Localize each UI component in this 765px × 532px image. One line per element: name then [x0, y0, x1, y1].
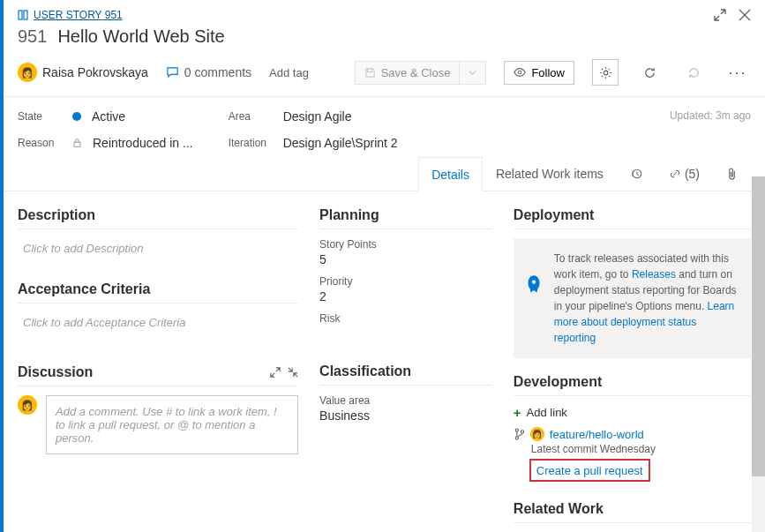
- classification-heading: Classification: [319, 363, 492, 386]
- attachment-icon: [726, 168, 738, 181]
- state-dot-icon: [72, 112, 81, 121]
- acceptance-heading: Acceptance Criteria: [18, 281, 298, 303]
- link-icon: [669, 168, 681, 180]
- deployment-callout: To track releases associated with this w…: [514, 238, 751, 358]
- add-tag-button[interactable]: Add tag: [269, 66, 309, 79]
- save-icon: [364, 67, 376, 79]
- tab-attachments[interactable]: [713, 157, 751, 191]
- development-heading: Development: [514, 374, 751, 396]
- priority-value[interactable]: 2: [319, 289, 492, 303]
- svg-point-3: [604, 71, 608, 75]
- iteration-value[interactable]: Design Agile\Sprint 2: [283, 136, 398, 150]
- breadcrumb[interactable]: USER STORY 951: [18, 9, 123, 21]
- undo-button[interactable]: [680, 59, 707, 86]
- acceptance-input[interactable]: Click to add Acceptance Criteria: [18, 312, 298, 333]
- refresh-icon: [643, 66, 656, 79]
- risk-label: Risk: [319, 312, 492, 325]
- iteration-label: Iteration: [229, 137, 273, 149]
- tab-links[interactable]: (5): [656, 157, 713, 191]
- priority-label: Priority: [319, 275, 492, 288]
- more-button[interactable]: ···: [724, 59, 751, 86]
- assignee-picker[interactable]: 👩 Raisa Pokrovskaya: [18, 63, 148, 82]
- avatar: 👩: [530, 427, 544, 441]
- deployment-heading: Deployment: [514, 207, 751, 229]
- work-item-title[interactable]: Hello World Web Site: [57, 26, 224, 47]
- releases-link[interactable]: Releases: [632, 268, 676, 281]
- breadcrumb-link[interactable]: USER STORY 951: [34, 9, 123, 21]
- updated-timestamp: Updated: 3m ago: [670, 109, 751, 150]
- svg-rect-0: [19, 11, 22, 19]
- risk-value[interactable]: [319, 326, 492, 341]
- undo-icon: [687, 66, 701, 79]
- story-points-label: Story Points: [319, 238, 492, 251]
- svg-rect-4: [74, 142, 80, 146]
- tab-related[interactable]: Related Work items: [483, 157, 617, 191]
- reason-value[interactable]: Reintroduced in ...: [93, 136, 193, 150]
- svg-point-8: [521, 431, 523, 433]
- value-area-label: Value area: [319, 394, 492, 407]
- expand-icon[interactable]: [714, 9, 726, 21]
- user-story-icon: [18, 10, 28, 20]
- refresh-button[interactable]: [636, 59, 663, 86]
- comment-icon: [166, 66, 179, 79]
- comment-input[interactable]: Add a comment. Use # to link a work item…: [46, 395, 298, 454]
- story-points-value[interactable]: 5: [319, 252, 492, 266]
- tab-history[interactable]: [617, 157, 656, 191]
- discussion-heading: Discussion: [18, 364, 298, 386]
- description-input[interactable]: Click to add Description: [18, 238, 298, 259]
- commit-info: Latest commit Wednesday: [531, 443, 751, 455]
- save-close-button: Save & Close: [355, 61, 460, 85]
- related-work-heading: Related Work: [514, 501, 751, 523]
- create-pull-request-link[interactable]: Create a pull request: [536, 464, 643, 477]
- plus-icon: +: [514, 405, 521, 420]
- description-heading: Description: [18, 207, 298, 229]
- svg-point-2: [519, 71, 522, 74]
- state-label: State: [18, 110, 62, 123]
- area-label: Area: [229, 110, 273, 123]
- tab-details[interactable]: Details: [418, 157, 483, 191]
- branch-link[interactable]: feature/hello-world: [550, 428, 644, 441]
- history-icon: [630, 168, 642, 180]
- state-value[interactable]: Active: [92, 109, 125, 124]
- settings-button[interactable]: [592, 59, 619, 86]
- lock-icon: [72, 138, 82, 148]
- avatar: 👩: [18, 395, 37, 415]
- expand-icon[interactable]: [270, 367, 281, 378]
- add-link-button[interactable]: + Add link: [514, 405, 751, 420]
- eye-icon: [514, 66, 526, 79]
- collapse-icon[interactable]: [288, 367, 298, 378]
- avatar: 👩: [18, 63, 37, 82]
- chevron-down-icon: [469, 69, 476, 77]
- close-icon[interactable]: [739, 9, 751, 21]
- save-dropdown-button: [459, 61, 486, 85]
- area-value[interactable]: Design Agile: [283, 109, 352, 124]
- comments-count[interactable]: 0 comments: [166, 65, 251, 79]
- create-pr-highlight: Create a pull request: [529, 459, 650, 482]
- branch-icon: [514, 428, 525, 440]
- work-item-id: 951: [18, 26, 47, 47]
- svg-rect-1: [24, 11, 27, 19]
- reason-label: Reason: [18, 137, 62, 149]
- gear-icon: [599, 66, 612, 79]
- planning-heading: Planning: [319, 207, 492, 229]
- rocket-icon: [522, 273, 545, 296]
- value-area-value[interactable]: Business: [319, 408, 492, 423]
- svg-point-7: [515, 437, 518, 439]
- scrollbar[interactable]: [752, 176, 765, 532]
- follow-button[interactable]: Follow: [504, 61, 574, 85]
- svg-point-6: [515, 429, 518, 431]
